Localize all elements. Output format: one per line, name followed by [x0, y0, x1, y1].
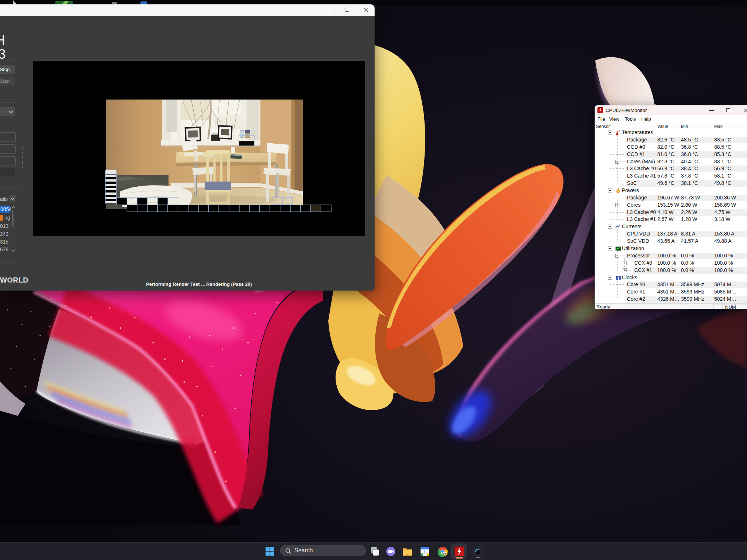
svg-text:Beta: Beta — [442, 552, 446, 554]
svg-text:31: 31 — [423, 550, 427, 554]
